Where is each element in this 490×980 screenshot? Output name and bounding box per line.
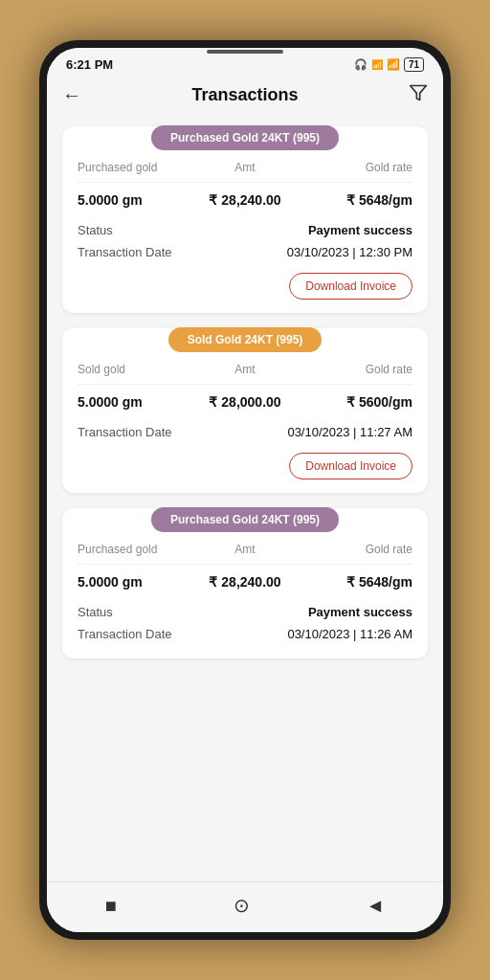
col2-header-2: Amt <box>189 363 301 376</box>
nav-square-icon[interactable]: ■ <box>105 895 117 917</box>
col2-header-3: Amt <box>189 543 301 556</box>
sim-icon: 📶 <box>371 59 383 70</box>
status-value: Payment success <box>308 223 412 237</box>
status-row: Status Payment success <box>78 219 412 241</box>
date-value-3: 03/10/2023 | 11:26 AM <box>287 627 412 641</box>
top-nav: ← Transactions <box>47 76 443 119</box>
card-3-table: Purchased gold Amt Gold rate 5.0000 gm ₹… <box>62 533 428 593</box>
card-3-header: Purchased gold Amt Gold rate <box>78 543 412 565</box>
card-3-badge: Purchased Gold 24KT (995) <box>151 507 339 532</box>
nav-back-icon[interactable]: ◄ <box>366 895 385 917</box>
date-row-2: Transaction Date 03/10/2023 | 11:27 AM <box>78 421 412 443</box>
card-3-values: 5.0000 gm ₹ 28,240.00 ₹ 5648/gm <box>78 565 412 593</box>
invoice-row-2: Download Invoice <box>62 443 428 479</box>
download-invoice-button-2[interactable]: Download Invoice <box>289 453 412 479</box>
transaction-card-2: Sold Gold 24KT (995) Sold gold Amt Gold … <box>62 328 428 493</box>
status-row-3: Status Payment success <box>78 601 412 623</box>
card-2-table: Sold gold Amt Gold rate 5.0000 gm ₹ 28,0… <box>62 353 428 413</box>
col2-value: ₹ 28,240.00 <box>189 192 301 208</box>
col1-header: Purchased gold <box>78 161 189 174</box>
col2-header: Amt <box>189 161 301 174</box>
card-2-header: Sold gold Amt Gold rate <box>78 363 412 385</box>
status-label: Status <box>78 223 113 237</box>
date-value-2: 03/10/2023 | 11:27 AM <box>287 425 412 439</box>
card-3-badge-wrapper: Purchased Gold 24KT (995) <box>62 507 428 532</box>
card-1-header: Purchased gold Amt Gold rate <box>78 161 412 183</box>
col1-header-3: Purchased gold <box>78 543 189 556</box>
col1-value-2: 5.0000 gm <box>78 394 189 410</box>
card-1-info: Status Payment success Transaction Date … <box>62 212 428 263</box>
battery-icon: 71 <box>404 57 424 72</box>
col3-value-2: ₹ 5600/gm <box>301 394 412 410</box>
card-1-badge: Purchased Gold 24KT (995) <box>151 125 339 150</box>
transaction-card-1: Purchased Gold 24KT (995) Purchased gold… <box>62 126 428 313</box>
nav-home-icon[interactable]: ⊙ <box>234 894 250 917</box>
download-invoice-button-1[interactable]: Download Invoice <box>289 273 412 300</box>
transaction-card-3: Purchased Gold 24KT (995) Purchased gold… <box>62 508 428 658</box>
filter-button[interactable] <box>409 83 428 107</box>
card-2-badge-wrapper: Sold Gold 24KT (995) <box>62 327 428 352</box>
col3-header: Gold rate <box>301 161 412 174</box>
col2-value-2: ₹ 28,000.00 <box>189 394 301 410</box>
date-label-1: Transaction Date <box>78 245 172 259</box>
svg-marker-0 <box>411 86 427 100</box>
headphone-icon: 🎧 <box>354 58 368 71</box>
card-2-values: 5.0000 gm ₹ 28,000.00 ₹ 5600/gm <box>78 385 412 413</box>
col1-value-3: 5.0000 gm <box>78 574 189 590</box>
back-button[interactable]: ← <box>62 84 81 106</box>
status-icons: 🎧 📶 📶 71 <box>354 57 424 72</box>
card-1-table: Purchased gold Amt Gold rate 5.0000 gm ₹… <box>62 151 428 212</box>
col3-value: ₹ 5648/gm <box>301 192 412 208</box>
status-label-3: Status <box>78 605 113 619</box>
page-title: Transactions <box>191 85 298 105</box>
nav-bar: ■ ⊙ ◄ <box>47 881 443 932</box>
scroll-content: Purchased Gold 24KT (995) Purchased gold… <box>47 119 443 881</box>
date-row-3: Transaction Date 03/10/2023 | 11:26 AM <box>78 623 412 645</box>
wifi-icon: 📶 <box>387 58 400 71</box>
card-1-badge-wrapper: Purchased Gold 24KT (995) <box>62 125 428 150</box>
col1-header-2: Sold gold <box>78 363 189 376</box>
phone-screen: 6:21 PM 🎧 📶 📶 71 ← Transactions <box>47 48 443 932</box>
date-value-1: 03/10/2023 | 12:30 PM <box>287 245 412 259</box>
status-time: 6:21 PM <box>66 57 113 72</box>
col2-value-3: ₹ 28,240.00 <box>189 574 301 590</box>
card-2-badge: Sold Gold 24KT (995) <box>168 327 323 352</box>
date-row-1: Transaction Date 03/10/2023 | 12:30 PM <box>78 241 412 263</box>
date-label-2: Transaction Date <box>78 425 172 439</box>
card-3-info: Status Payment success Transaction Date … <box>62 593 428 645</box>
col1-value: 5.0000 gm <box>78 192 189 208</box>
status-value-3: Payment success <box>308 605 412 619</box>
card-2-info: Transaction Date 03/10/2023 | 11:27 AM <box>62 413 428 443</box>
col3-value-3: ₹ 5648/gm <box>301 574 412 590</box>
invoice-row-1: Download Invoice <box>62 263 428 300</box>
date-label-3: Transaction Date <box>78 627 172 641</box>
phone-frame: 6:21 PM 🎧 📶 📶 71 ← Transactions <box>39 40 451 940</box>
col3-header-2: Gold rate <box>301 363 412 376</box>
notch <box>207 50 283 54</box>
card-1-values: 5.0000 gm ₹ 28,240.00 ₹ 5648/gm <box>78 183 412 212</box>
col3-header-3: Gold rate <box>301 543 412 556</box>
